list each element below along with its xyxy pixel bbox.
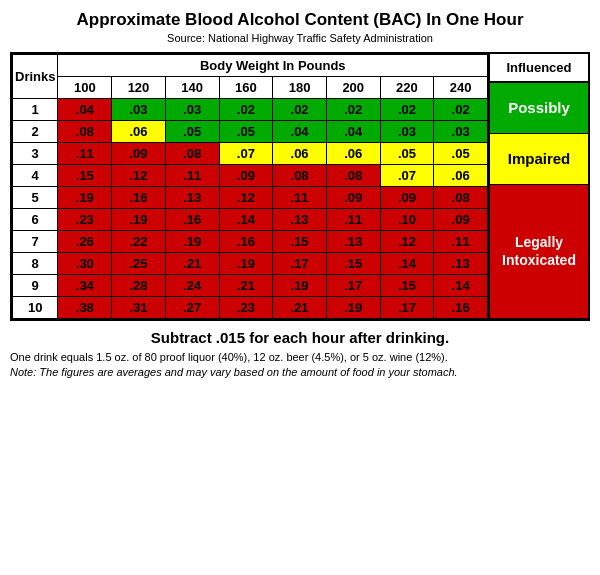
bac-cell: .04 xyxy=(326,121,380,143)
bac-cell: .02 xyxy=(326,99,380,121)
bac-cell: .17 xyxy=(326,275,380,297)
bac-cell: .19 xyxy=(58,187,112,209)
bac-cell: .11 xyxy=(165,165,219,187)
bac-cell: .28 xyxy=(112,275,166,297)
bac-cell: .09 xyxy=(219,165,273,187)
weight-header: Body Weight In Pounds xyxy=(58,55,488,77)
bac-cell: .05 xyxy=(165,121,219,143)
drinks-value: 9 xyxy=(13,275,58,297)
bac-cell: .16 xyxy=(434,297,488,319)
bac-cell: .02 xyxy=(219,99,273,121)
side-label-possibly: Possibly xyxy=(490,83,588,134)
bac-cell: .21 xyxy=(165,253,219,275)
drinks-value: 6 xyxy=(13,209,58,231)
table-row: 6.23.19.16.14.13.11.10.09 xyxy=(13,209,488,231)
bac-cell: .26 xyxy=(58,231,112,253)
bac-cell: .14 xyxy=(380,253,434,275)
bac-cell: .11 xyxy=(434,231,488,253)
bac-cell: .10 xyxy=(380,209,434,231)
bac-cell: .23 xyxy=(219,297,273,319)
bac-cell: .21 xyxy=(219,275,273,297)
bac-cell: .05 xyxy=(219,121,273,143)
bac-cell: .25 xyxy=(112,253,166,275)
drinks-value: 4 xyxy=(13,165,58,187)
bac-cell: .08 xyxy=(165,143,219,165)
table-row: 10.38.31.27.23.21.19.17.16 xyxy=(13,297,488,319)
bac-cell: .16 xyxy=(165,209,219,231)
bac-cell: .05 xyxy=(434,143,488,165)
table-row: 8.30.25.21.19.17.15.14.13 xyxy=(13,253,488,275)
bac-cell: .21 xyxy=(273,297,327,319)
side-panel: Influenced PossiblyImpairedLegally Intox… xyxy=(488,54,588,319)
bac-cell: .09 xyxy=(434,209,488,231)
bac-cell: .15 xyxy=(58,165,112,187)
bac-cell: .13 xyxy=(434,253,488,275)
weight-col-200: 200 xyxy=(326,77,380,99)
weight-col-240: 240 xyxy=(434,77,488,99)
bac-cell: .38 xyxy=(58,297,112,319)
bac-cell: .13 xyxy=(326,231,380,253)
bac-cell: .19 xyxy=(165,231,219,253)
table-row: 7.26.22.19.16.15.13.12.11 xyxy=(13,231,488,253)
bac-cell: .19 xyxy=(112,209,166,231)
table-row: 3.11.09.08.07.06.06.05.05 xyxy=(13,143,488,165)
drinks-value: 5 xyxy=(13,187,58,209)
weight-col-120: 120 xyxy=(112,77,166,99)
bac-cell: .19 xyxy=(273,275,327,297)
bac-cell: .13 xyxy=(273,209,327,231)
bac-cell: .14 xyxy=(434,275,488,297)
bac-cell: .06 xyxy=(326,143,380,165)
bac-cell: .09 xyxy=(380,187,434,209)
side-label-impaired: Impaired xyxy=(490,134,588,185)
weight-col-160: 160 xyxy=(219,77,273,99)
bac-cell: .09 xyxy=(326,187,380,209)
bac-cell: .16 xyxy=(219,231,273,253)
weight-col-180: 180 xyxy=(273,77,327,99)
bac-cell: .07 xyxy=(380,165,434,187)
bac-cell: .11 xyxy=(326,209,380,231)
bac-cell: .19 xyxy=(219,253,273,275)
bac-cell: .03 xyxy=(380,121,434,143)
bac-cell: .17 xyxy=(273,253,327,275)
weight-col-220: 220 xyxy=(380,77,434,99)
bac-cell: .15 xyxy=(326,253,380,275)
bac-cell: .07 xyxy=(219,143,273,165)
drinks-value: 1 xyxy=(13,99,58,121)
bac-cell: .12 xyxy=(380,231,434,253)
footer-note2: Note: The figures are averages and may v… xyxy=(10,366,458,378)
drinks-value: 8 xyxy=(13,253,58,275)
bac-cell: .08 xyxy=(273,165,327,187)
weight-col-100: 100 xyxy=(58,77,112,99)
bac-cell: .04 xyxy=(58,99,112,121)
bac-cell: .16 xyxy=(112,187,166,209)
drinks-value: 2 xyxy=(13,121,58,143)
footer-bold: Subtract .015 for each hour after drinki… xyxy=(151,329,449,346)
bac-cell: .08 xyxy=(434,187,488,209)
drinks-header: Drinks xyxy=(13,55,58,99)
bac-cell: .03 xyxy=(434,121,488,143)
bac-cell: .19 xyxy=(326,297,380,319)
drinks-value: 7 xyxy=(13,231,58,253)
bac-cell: .34 xyxy=(58,275,112,297)
bac-cell: .24 xyxy=(165,275,219,297)
bac-cell: .12 xyxy=(112,165,166,187)
drinks-value: 3 xyxy=(13,143,58,165)
bac-cell: .23 xyxy=(58,209,112,231)
footer-note1: One drink equals 1.5 oz. of 80 proof liq… xyxy=(10,351,448,363)
bac-cell: .30 xyxy=(58,253,112,275)
bac-table: Drinks Body Weight In Pounds 10012014016… xyxy=(10,52,590,321)
table-row: 1.04.03.03.02.02.02.02.02 xyxy=(13,99,488,121)
table-row: 9.34.28.24.21.19.17.15.14 xyxy=(13,275,488,297)
bac-cell: .11 xyxy=(58,143,112,165)
bac-cell: .02 xyxy=(380,99,434,121)
bac-cell: .08 xyxy=(326,165,380,187)
table-row: 5.19.16.13.12.11.09.09.08 xyxy=(13,187,488,209)
bac-cell: .03 xyxy=(112,99,166,121)
bac-cell: .15 xyxy=(273,231,327,253)
drinks-value: 10 xyxy=(13,297,58,319)
bac-cell: .06 xyxy=(273,143,327,165)
bac-cell: .12 xyxy=(219,187,273,209)
bac-cell: .04 xyxy=(273,121,327,143)
bac-cell: .09 xyxy=(112,143,166,165)
bac-cell: .06 xyxy=(434,165,488,187)
